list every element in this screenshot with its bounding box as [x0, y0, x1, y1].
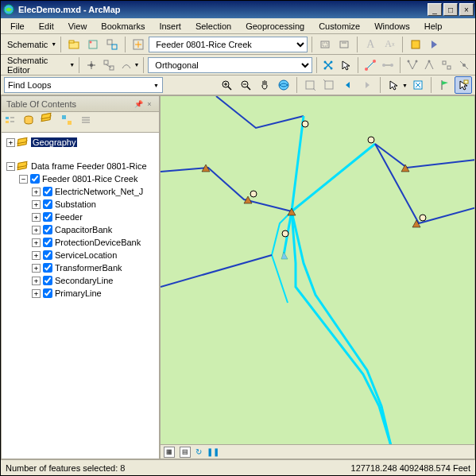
minimize-button[interactable]: _ [428, 3, 442, 16]
toc-list-by-visibility-icon[interactable] [41, 114, 59, 131]
menu-bookmarks[interactable]: Bookmarks [95, 20, 151, 33]
layer-checkbox[interactable] [43, 250, 52, 260]
net1-icon[interactable] [362, 56, 378, 74]
tree-layer[interactable]: Feeder [55, 212, 83, 222]
tree-layer[interactable]: PrimaryLine [55, 288, 102, 298]
refresh-icon[interactable]: ↻ [195, 447, 202, 456]
fixed-zoom-in-icon[interactable] [301, 76, 319, 94]
expand-toggle[interactable]: + [32, 200, 41, 209]
layer-checkbox[interactable] [43, 212, 52, 222]
toc-pin-icon[interactable]: 📌 [134, 99, 143, 109]
layer-checkbox[interactable] [30, 174, 40, 184]
layout-view-icon[interactable]: ▤ [180, 447, 191, 458]
select2-icon[interactable] [455, 76, 472, 94]
menu-edit[interactable]: Edit [33, 20, 60, 33]
flag-icon[interactable] [435, 76, 453, 94]
menu-file[interactable]: File [4, 20, 31, 33]
expand-toggle[interactable]: + [32, 238, 41, 247]
map1-icon[interactable] [321, 56, 337, 74]
expand-toggle[interactable]: + [32, 289, 41, 298]
schematic-btn2-icon[interactable] [103, 36, 121, 53]
tree-layer[interactable]: TransformerBank [55, 263, 122, 273]
layer-checkbox[interactable] [43, 288, 52, 298]
feeder-select[interactable]: Feeder 0801-Rice Creek [149, 37, 308, 52]
dropdown-icon[interactable]: ▼ [134, 62, 140, 68]
net4-icon[interactable] [422, 56, 438, 74]
dropdown-icon[interactable]: ▼ [402, 83, 408, 88]
menu-help[interactable]: Help [418, 20, 449, 33]
schematic-btn1-icon[interactable] [84, 36, 102, 53]
expand-toggle[interactable]: + [32, 188, 41, 196]
back-extent-icon[interactable] [339, 76, 357, 94]
toc-list-by-selection-icon[interactable] [60, 114, 78, 131]
toc-list-by-drawing-icon[interactable] [3, 114, 21, 131]
arrow-btn-icon[interactable] [426, 36, 443, 53]
color-icon[interactable] [407, 36, 424, 53]
zoom-out-icon[interactable] [237, 76, 254, 94]
net2-icon[interactable] [380, 56, 396, 74]
menu-insert[interactable]: Insert [153, 20, 188, 33]
layer-checkbox[interactable] [43, 276, 52, 285]
close-button[interactable]: × [459, 3, 474, 16]
zoom-in-icon[interactable] [218, 76, 235, 94]
expand-toggle[interactable]: + [32, 264, 41, 273]
tree-layer[interactable]: CapacitorBank [55, 225, 112, 234]
schematic-feeder-icon[interactable] [130, 36, 147, 53]
full-extent-icon[interactable] [275, 76, 292, 94]
tree-layer[interactable]: ProtectionDeviceBank [55, 238, 141, 247]
edit-path-icon[interactable] [118, 56, 134, 74]
select-features-icon[interactable] [385, 76, 402, 94]
pan-icon[interactable] [256, 76, 273, 94]
fixed-zoom-out-icon[interactable] [320, 76, 338, 94]
open-schematic-icon[interactable] [65, 36, 83, 53]
tree-layer[interactable]: Substation [55, 199, 96, 209]
expand-toggle[interactable]: + [32, 226, 41, 234]
tree-layer[interactable]: SecondaryLine [55, 276, 113, 285]
net5-icon[interactable] [439, 56, 455, 74]
layer-checkbox[interactable] [43, 199, 52, 209]
tree-layer[interactable]: ElectricNetwork_Net_J [55, 187, 143, 196]
tree-layer[interactable]: ServiceLocation [55, 250, 117, 260]
text-a-icon[interactable]: A [362, 36, 379, 53]
expand-toggle[interactable]: + [32, 213, 41, 222]
tool-view2-icon[interactable] [335, 36, 353, 53]
clear-selection-icon[interactable] [409, 76, 427, 94]
menu-view[interactable]: View [62, 20, 94, 33]
expand-toggle[interactable]: − [19, 175, 28, 184]
expand-toggle[interactable]: − [6, 162, 15, 171]
net6-icon[interactable] [456, 56, 472, 74]
pause-icon[interactable]: ❚❚ [207, 447, 219, 456]
toc-list-by-source-icon[interactable] [22, 114, 40, 131]
dropdown-icon[interactable]: ▼ [51, 41, 56, 47]
find-input[interactable] [4, 77, 163, 93]
menu-geoprocessing[interactable]: Geoprocessing [239, 20, 311, 33]
edit-move-icon[interactable] [83, 56, 99, 74]
tree-feeder-group[interactable]: Feeder 0801-Rice Creek [42, 174, 137, 184]
expand-toggle[interactable]: + [32, 277, 41, 285]
toc-close-icon[interactable]: × [145, 99, 154, 109]
expand-toggle[interactable]: + [32, 251, 41, 260]
tree-dataframe[interactable]: Data frame Feeder 0801-Rice [31, 161, 147, 171]
dropdown-icon[interactable]: ▼ [69, 62, 75, 68]
expand-toggle[interactable]: + [6, 138, 15, 147]
toc-options-icon[interactable] [79, 114, 97, 131]
layer-checkbox[interactable] [43, 238, 52, 247]
tool-view1-icon[interactable] [316, 36, 334, 53]
dropdown-icon[interactable]: ▼ [153, 83, 159, 88]
data-view-icon[interactable]: ▦ [164, 447, 175, 458]
maximize-button[interactable]: □ [443, 3, 458, 16]
net3-icon[interactable] [404, 56, 420, 74]
tree-root[interactable]: Geography [31, 137, 77, 147]
layer-checkbox[interactable] [43, 263, 52, 273]
map-canvas[interactable]: ▦ ▤ ↻ ❚❚ [160, 95, 475, 459]
text-asup-icon[interactable]: Ax [381, 36, 398, 53]
fwd-extent-icon[interactable] [358, 76, 376, 94]
select-pointer-icon[interactable] [338, 56, 354, 74]
layer-checkbox[interactable] [43, 187, 52, 196]
menu-windows[interactable]: Windows [368, 20, 416, 33]
menu-customize[interactable]: Customize [312, 20, 366, 33]
layer-checkbox[interactable] [43, 225, 52, 234]
menu-selection[interactable]: Selection [189, 20, 238, 33]
layout-select[interactable]: Orthogonal [148, 57, 312, 73]
edit-align-icon[interactable] [101, 56, 117, 74]
